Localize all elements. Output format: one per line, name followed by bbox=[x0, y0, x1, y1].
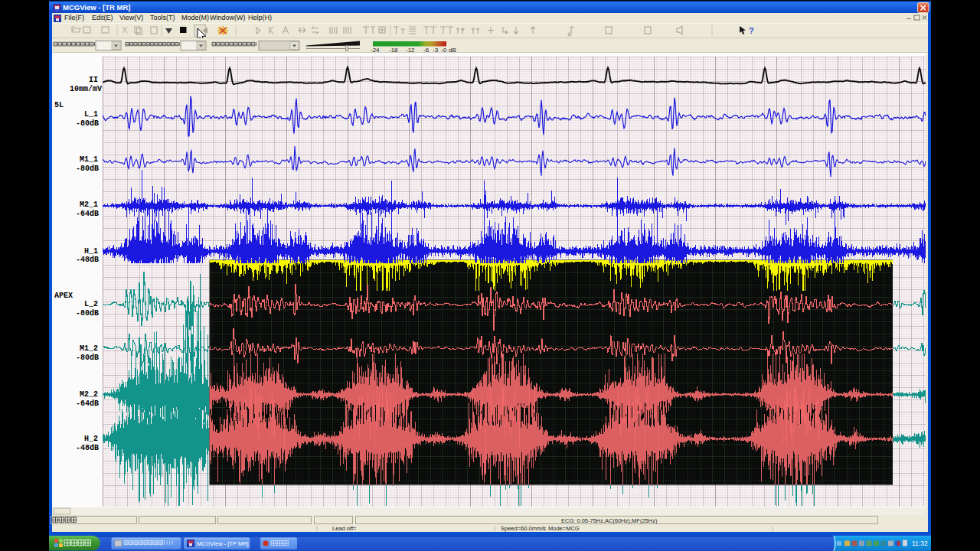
svg-text:Tools(T): Tools(T) bbox=[150, 14, 175, 21]
svg-text:ECG: 0.05-75Hz,AC(60Hz),MF(25H: ECG: 0.05-75Hz,AC(60Hz),MF(25Hz) bbox=[561, 517, 658, 524]
svg-text:View(V): View(V) bbox=[119, 14, 143, 21]
svg-text:dB: dB bbox=[449, 47, 456, 54]
svg-text:-80dB: -80dB bbox=[76, 309, 99, 318]
svg-text:H_1: H_1 bbox=[84, 247, 98, 256]
svg-text:MCGView - [TR MR]: MCGView - [TR MR] bbox=[63, 3, 131, 11]
svg-text:Lead off=: Lead off= bbox=[332, 525, 357, 532]
svg-text:-64dB: -64dB bbox=[76, 210, 99, 218]
svg-text:L_2: L_2 bbox=[84, 300, 98, 308]
svg-text:H_2: H_2 bbox=[84, 435, 98, 443]
svg-text:MCGView - [TP MR]: MCGView - [TP MR] bbox=[197, 540, 249, 547]
svg-text:-80dB: -80dB bbox=[76, 354, 99, 362]
svg-text:File(F): File(F) bbox=[64, 14, 84, 21]
svg-text:-80dB: -80dB bbox=[76, 119, 99, 128]
svg-text:M1_2: M1_2 bbox=[80, 344, 98, 353]
svg-text:?: ? bbox=[749, 26, 754, 35]
svg-text:-48dB: -48dB bbox=[76, 256, 99, 264]
svg-text:-6: -6 bbox=[423, 47, 430, 54]
svg-text:L_1: L_1 bbox=[84, 110, 98, 119]
svg-text:M2_1: M2_1 bbox=[80, 201, 98, 209]
svg-text:M2_2: M2_2 bbox=[80, 390, 98, 399]
svg-text:-0: -0 bbox=[441, 47, 447, 54]
svg-text:5L: 5L bbox=[54, 101, 64, 109]
svg-text:-48dB: -48dB bbox=[76, 444, 99, 452]
svg-text:-18: -18 bbox=[389, 47, 398, 54]
svg-text:10mm/mV: 10mm/mV bbox=[70, 85, 102, 93]
svg-text:11:32: 11:32 bbox=[912, 540, 928, 547]
svg-text:II: II bbox=[89, 76, 98, 84]
svg-text:Speed=60.0mm/s: Speed=60.0mm/s bbox=[501, 525, 546, 532]
svg-text:-64dB: -64dB bbox=[76, 399, 99, 408]
svg-text:-24: -24 bbox=[371, 47, 380, 54]
svg-text:-80dB: -80dB bbox=[76, 165, 99, 173]
svg-text:Mode(M): Mode(M) bbox=[181, 14, 209, 21]
svg-text:Mode=MCG: Mode=MCG bbox=[548, 525, 580, 532]
svg-text:APEX: APEX bbox=[54, 292, 73, 300]
svg-text:-3: -3 bbox=[433, 47, 439, 54]
svg-text:Window(W): Window(W) bbox=[210, 14, 246, 21]
svg-text:-12: -12 bbox=[406, 47, 415, 54]
svg-text:Help(H): Help(H) bbox=[248, 14, 272, 21]
svg-text:M1_1: M1_1 bbox=[80, 155, 98, 164]
svg-text:Edit(E): Edit(E) bbox=[92, 14, 113, 21]
